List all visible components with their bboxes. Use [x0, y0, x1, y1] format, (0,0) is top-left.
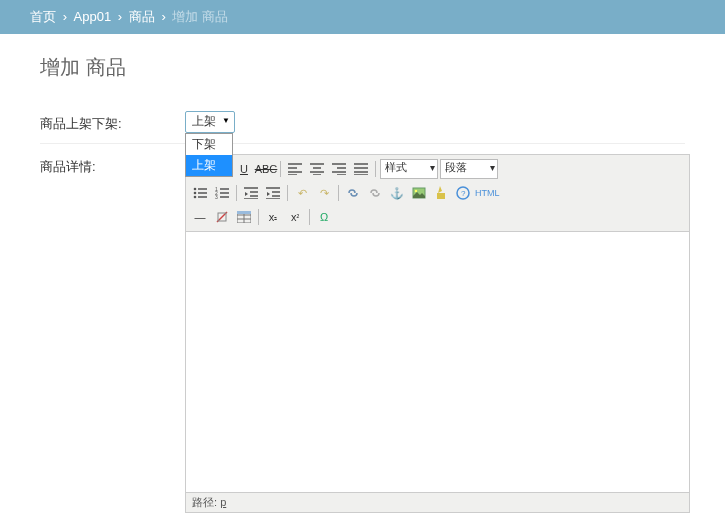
toolbar-separator: [280, 161, 281, 177]
editor-content-area[interactable]: [186, 232, 689, 492]
undo-button[interactable]: ↶: [292, 183, 312, 203]
svg-point-2: [194, 196, 197, 199]
outdent-button[interactable]: [241, 183, 261, 203]
strike-button[interactable]: ABC: [256, 159, 276, 179]
shelf-option-off[interactable]: 下架: [186, 134, 232, 155]
bullet-list-button[interactable]: [190, 183, 210, 203]
toolbar-separator: [287, 185, 288, 201]
editor-statusbar: 路径: p: [186, 492, 689, 512]
cleanup-button[interactable]: [431, 183, 451, 203]
number-list-button[interactable]: 123: [212, 183, 232, 203]
indent-button[interactable]: [263, 183, 283, 203]
toolbar-separator: [338, 185, 339, 201]
breadcrumb-model[interactable]: 商品: [129, 9, 155, 24]
editor-toolbar: B I U ABC: [186, 155, 689, 232]
breadcrumb-sep: ›: [161, 9, 165, 24]
toolbar-separator: [375, 161, 376, 177]
svg-rect-13: [237, 211, 251, 214]
special-char-button[interactable]: Ω: [314, 207, 334, 227]
shelf-select-value: 上架: [192, 114, 216, 128]
svg-point-1: [194, 192, 197, 195]
html-button[interactable]: HTML: [475, 183, 500, 203]
svg-point-0: [194, 188, 197, 191]
toolbar-separator: [236, 185, 237, 201]
link-button[interactable]: [343, 183, 363, 203]
rich-text-editor: B I U ABC: [185, 154, 690, 513]
unlink-button[interactable]: [365, 183, 385, 203]
breadcrumb-sep: ›: [118, 9, 122, 24]
detail-label: 商品详情:: [40, 154, 185, 176]
format-select[interactable]: 段落: [440, 159, 498, 179]
help-button[interactable]: ?: [453, 183, 473, 203]
breadcrumb-app[interactable]: App01: [74, 9, 112, 24]
redo-button[interactable]: ↷: [314, 183, 334, 203]
anchor-button[interactable]: ⚓: [387, 183, 407, 203]
breadcrumb-current: 增加 商品: [172, 9, 228, 24]
table-button[interactable]: [234, 207, 254, 227]
style-select[interactable]: 样式: [380, 159, 438, 179]
shelf-label: 商品上架下架:: [40, 111, 185, 133]
image-button[interactable]: [409, 183, 429, 203]
align-left-button[interactable]: [285, 159, 305, 179]
page-title: 增加 商品: [40, 54, 685, 81]
breadcrumb: 首页 › App01 › 商品 › 增加 商品: [0, 0, 725, 34]
svg-text:?: ?: [461, 189, 466, 198]
shelf-select[interactable]: 上架: [185, 111, 235, 133]
svg-rect-8: [437, 193, 445, 199]
shelf-dropdown: 下架 上架: [185, 133, 233, 177]
status-path[interactable]: p: [220, 496, 226, 508]
status-prefix: 路径:: [192, 496, 217, 508]
hr-button[interactable]: —: [190, 207, 210, 227]
shelf-option-on[interactable]: 上架: [186, 155, 232, 176]
remove-format-button[interactable]: [212, 207, 232, 227]
align-justify-button[interactable]: [351, 159, 371, 179]
svg-point-7: [415, 190, 417, 192]
align-right-button[interactable]: [329, 159, 349, 179]
svg-text:3: 3: [215, 194, 218, 199]
toolbar-separator: [309, 209, 310, 225]
align-center-button[interactable]: [307, 159, 327, 179]
underline-button[interactable]: U: [234, 159, 254, 179]
superscript-button[interactable]: x²: [285, 207, 305, 227]
subscript-button[interactable]: x₂: [263, 207, 283, 227]
breadcrumb-sep: ›: [63, 9, 67, 24]
toolbar-separator: [258, 209, 259, 225]
breadcrumb-home[interactable]: 首页: [30, 9, 56, 24]
